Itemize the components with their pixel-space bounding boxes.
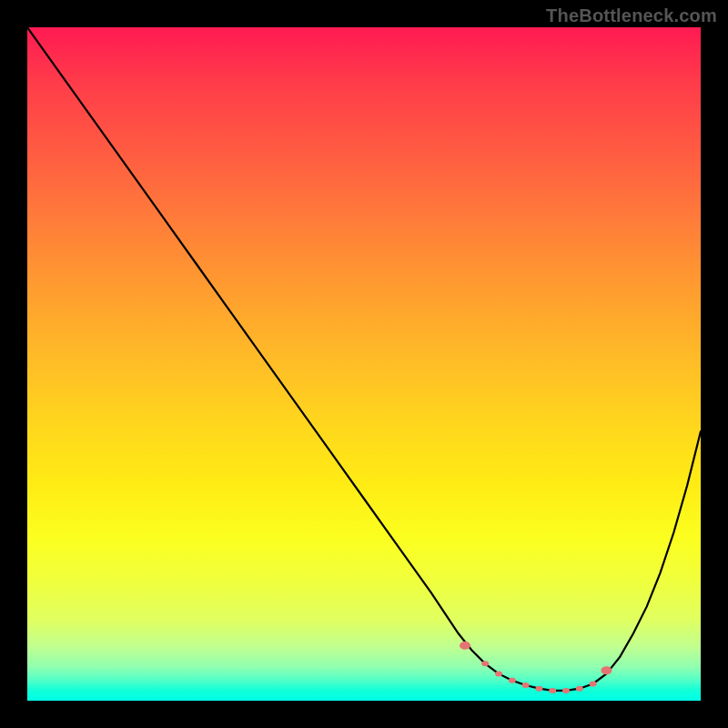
curve-marker	[495, 671, 502, 676]
plot-area	[27, 27, 701, 701]
curve-marker	[601, 666, 612, 674]
bottleneck-curve	[27, 27, 701, 691]
curve-svg	[27, 27, 701, 701]
curve-marker	[509, 678, 516, 683]
curve-marker	[590, 682, 597, 687]
curve-marker	[481, 661, 489, 666]
curve-marker	[562, 688, 570, 693]
watermark-text: TheBottleneck.com	[546, 5, 717, 26]
chart-container: TheBottleneck.com	[0, 0, 728, 728]
curve-marker	[460, 642, 470, 650]
curve-marker	[576, 686, 583, 692]
curve-marker	[522, 682, 530, 688]
curve-marker	[535, 686, 542, 692]
curve-marker	[549, 688, 556, 693]
